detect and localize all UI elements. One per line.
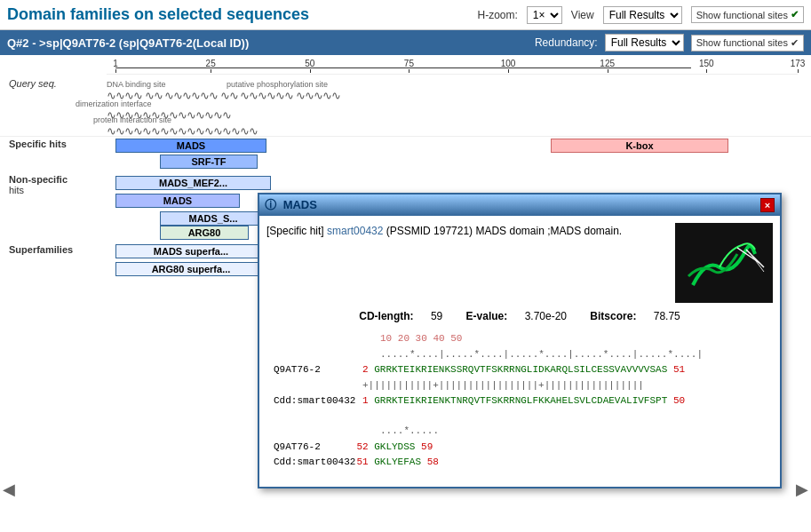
mads-specific-block[interactable]: MADS [115, 139, 266, 153]
popup-specific-hit-prefix: [Specific hit] [266, 225, 327, 237]
popup-stats: CD-length: 59 E-value: 3.70e-20 Bitscore… [266, 310, 773, 322]
ruler-tick-100: 100 [501, 59, 516, 68]
show-functional-check: ✔ [791, 9, 799, 20]
second-bar-right: Redundancy: Full Results 90% Show functi… [535, 34, 804, 52]
phospho-label: putative phosphorylation site [227, 80, 328, 89]
ruler-area: 1255075100125150173 [107, 55, 798, 75]
kbox-block[interactable]: K-box [551, 139, 728, 153]
view-label: View [571, 9, 594, 21]
hzoom-select[interactable]: 1× 2× 3× [527, 6, 562, 24]
dna-site-label: DNA binding site [107, 80, 166, 89]
phospho-squiggle: ∿∿∿∿ ∿∿∿∿∿ [258, 89, 340, 102]
popup-close-button[interactable]: × [760, 198, 775, 212]
superfamilies-label: Superfamilies [0, 242, 107, 255]
view-select[interactable]: Full Results Compact [603, 6, 682, 24]
non-specific-label-container: Non-specific hits [0, 174, 107, 195]
non-specific-hits-label: Non-specific [9, 174, 107, 185]
arg80-block[interactable]: ARG80 [160, 226, 249, 240]
specific-hits-track: MADS SRF-TF K-box [107, 137, 811, 172]
mads-popup-body: [Specific hit] smart00432 (PSSMID 197721… [259, 216, 780, 487]
alignment-cons-row: +|||||||||||+|||||||||||||||||+|||||||||… [362, 378, 766, 394]
cd-length-value: 59 [431, 310, 442, 322]
query-id-label: Q#2 - >sp|Q9AT76-2 (sp|Q9AT76-2(Local ID… [7, 36, 249, 50]
mads-superfam-block[interactable]: MADS superfa... [115, 244, 266, 258]
second-bar: Q#2 - >sp|Q9AT76-2 (sp|Q9AT76-2(Local ID… [0, 30, 811, 55]
protein-label: protein interaction site [93, 115, 171, 124]
show-functional-button[interactable]: Show functional sites ✔ [691, 6, 804, 23]
arg80-superfam-block[interactable]: ARG80 superfa... [115, 262, 266, 276]
ruler-tick-125: 125 [600, 59, 615, 68]
alignment-seq1-row: Q9AT76-2 2 GRRKTEIKRIENKSSRQVTFSKRRNGLID… [274, 362, 766, 378]
popup-title: MADS [283, 198, 317, 211]
mads-popup-header: ⓘ MADS × [259, 195, 780, 216]
popup-info-icon: ⓘ [265, 198, 276, 211]
alignment-ruler-row: 10 20 30 40 50 [380, 331, 766, 347]
cd-length-label: CD-length: [359, 310, 413, 322]
alignment-ruler2-row: ....*..... [380, 424, 766, 440]
protein-squiggle: ∿∿∿∿∿∿∿∿∿∿∿∿∿∿∿∿∿ [107, 124, 258, 138]
show-functional-label-2: Show functional sites [696, 37, 788, 48]
alignment-seq2-row: Cdd:smart00432 1 GRRKTEIKRIENKTNRQVTFSKR… [274, 393, 766, 409]
alignment-area: 10 20 30 40 50 .....*....|.....*....|...… [266, 328, 773, 480]
non-specific-hits-sublabel: hits [9, 185, 107, 195]
popup-image [675, 223, 773, 303]
query-seq-area: Query seq. DNA binding site ∿∿∿∿ ∿∿ ∿∿∿∿… [0, 75, 811, 137]
bitscore-value: 78.75 [654, 310, 680, 322]
redundancy-label: Redundancy: [535, 36, 598, 49]
ruler-tick-150: 150 [699, 59, 714, 68]
show-functional-label: Show functional sites [696, 10, 788, 20]
ruler-tick-75: 75 [404, 59, 414, 68]
ruler-tick-173: 173 [791, 59, 806, 68]
ruler-tick-1: 1 [113, 59, 118, 68]
query-seq-label: Query seq. [9, 78, 57, 89]
bitscore-label: Bitscore: [590, 310, 636, 322]
scroll-right-arrow[interactable]: ▶ [796, 480, 808, 499]
srf-tf-block[interactable]: SRF-TF [160, 155, 258, 169]
ruler-tick-50: 50 [305, 59, 314, 68]
mads-mef-block[interactable]: MADS_MEF2... [115, 176, 271, 190]
dimer-label: dimerization interface [76, 99, 152, 108]
alignment-spacer [274, 415, 766, 424]
popup-pssmid: (PSSMID 197721) MADS domain ;MADS domain… [383, 225, 622, 237]
show-functional-check-2: ✔ [791, 37, 799, 49]
mads-popup: ⓘ MADS × [Specific hit] smart00432 (PSSM… [258, 193, 782, 488]
ruler-tick-25: 25 [206, 59, 216, 68]
popup-desc-text: [Specific hit] smart00432 (PSSMID 197721… [266, 223, 668, 303]
hzoom-label: H-zoom: [478, 9, 518, 21]
alignment-seq3-row: Q9AT76-2 52 GKLYDSS 59 [274, 440, 766, 456]
alignment-block-1: 10 20 30 40 50 .....*....|.....*....|...… [274, 331, 766, 409]
mads-nonspecific-block[interactable]: MADS [115, 194, 240, 208]
page-title: Domain families on selected sequences [7, 5, 469, 24]
evalue-label: E-value: [466, 310, 508, 322]
alignment-dots-row: .....*....|.....*....|.....*....|.....*.… [380, 347, 766, 363]
alignment-block-2: ....*..... Q9AT76-2 52 GKLYDSS 59 Cdd:sm… [274, 424, 766, 471]
specific-hits-row: Specific hits MADS SRF-TF K-box [0, 137, 811, 172]
evalue-value: 3.70e-20 [525, 310, 567, 322]
specific-hits-label: Specific hits [0, 137, 107, 149]
show-functional-button-2[interactable]: Show functional sites ✔ [691, 35, 804, 52]
scroll-left-arrow[interactable]: ◀ [3, 480, 15, 499]
main-content: 1255075100125150173 Query seq. DNA bindi… [0, 55, 811, 508]
alignment-seq4-row: Cdd:smart00432 51 GKLYEFAS 58 [274, 455, 766, 471]
popup-smart-link[interactable]: smart00432 [327, 225, 383, 237]
redundancy-select[interactable]: Full Results 90% [605, 34, 684, 52]
top-bar: Domain families on selected sequences H-… [0, 0, 811, 30]
mads-s-block[interactable]: MADS_S... [160, 211, 266, 226]
popup-description-row: [Specific hit] smart00432 (PSSMID 197721… [266, 223, 773, 303]
